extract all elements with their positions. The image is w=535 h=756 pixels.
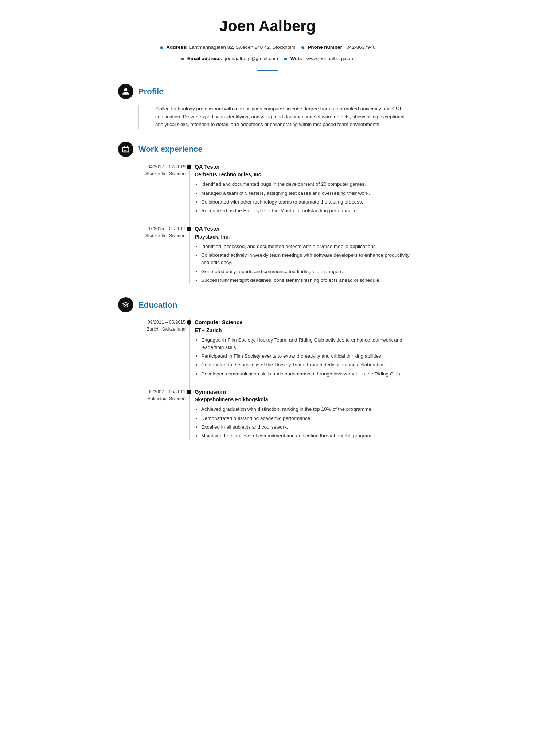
bullet-item: Developed communication skills and sport…: [201, 370, 417, 378]
dot-icon-1: ●: [160, 44, 164, 51]
job-bullets-1: Identified and documented bugs in the de…: [201, 181, 417, 214]
bullet-item: Engaged in Film Society, Hockey Team, an…: [201, 336, 417, 351]
edu-location-2: Halmstad, Sweden: [118, 395, 186, 402]
work-date-2: 07/2015 – 04/2017: [118, 225, 186, 232]
edu-meta-2: 09/2007 – 05/2011 Halmstad, Sweden: [118, 389, 186, 402]
school-1: ETH Zurich: [195, 327, 417, 334]
work-content-1: QA Tester Cerberus Technologies, Inc. Id…: [195, 163, 417, 215]
work-title: Work experience: [138, 143, 203, 155]
web-value: www.joenaalberg.com: [306, 56, 355, 61]
work-entry-2: 07/2015 – 04/2017 Stockholm, Sweden QA T…: [195, 225, 417, 284]
edu-content-1: Computer Science ETH Zurich Engaged in F…: [195, 318, 417, 378]
email-label: Email address:: [187, 56, 222, 61]
dot-icon-3: ●: [180, 55, 184, 62]
edu-entry-1: 09/2011 – 05/2015 Zurich, Switzerland Co…: [195, 318, 417, 378]
edu-meta-1: 09/2011 – 05/2015 Zurich, Switzerland: [118, 319, 186, 333]
degree-1: Computer Science: [195, 318, 417, 327]
edu-date-2: 09/2007 – 05/2011: [118, 389, 186, 395]
profile-icon: [118, 84, 133, 99]
address-label: Address:: [166, 44, 188, 50]
candidate-name: Joen Aalberg: [118, 15, 417, 38]
education-title: Education: [138, 299, 177, 311]
bullet-item: Collaborated actively in weekly team mee…: [201, 252, 417, 267]
bullet-item: Generated daily reports and communicated…: [201, 268, 417, 275]
job-title-2: QA Tester: [195, 225, 417, 233]
company-1: Cerberus Technologies, Inc.: [195, 171, 417, 178]
bullet-item: Contributed to the success of the Hockey…: [201, 361, 417, 369]
header: Joen Aalberg ● Address: Lantmannagatan 8…: [118, 15, 417, 71]
company-2: Playstack, Inc.: [195, 233, 417, 241]
profile-title: Profile: [138, 86, 163, 98]
contact-line-2: ● Email address: joenaalberg@gmail.com ●…: [118, 54, 417, 64]
edu-entry-2: 09/2007 – 05/2011 Halmstad, Sweden Gymna…: [195, 388, 417, 440]
bullet-item: Maintained a high level of commitment an…: [201, 432, 417, 440]
edu-dot-2: [187, 390, 191, 394]
work-section: Work experience 04/2017 – 02/2019 Stockh…: [118, 142, 417, 284]
edu-location-1: Zurich, Switzerland: [118, 326, 186, 333]
contact-line-1: ● Address: Lantmannagatan 82, Sweden 240…: [118, 43, 417, 52]
profile-text: Skilled technology professional with a p…: [155, 105, 417, 129]
work-content-2: QA Tester Playstack, Inc. Identified, as…: [195, 225, 417, 284]
bullet-item: Achieved graduation with distinction, ra…: [201, 406, 417, 413]
work-section-header: Work experience: [118, 142, 417, 157]
bullet-item: Managed a team of 5 testers, assigning t…: [201, 190, 417, 197]
edu-dot-1: [187, 320, 191, 325]
school-2: Skeppsholmens Folkhogskola: [195, 396, 417, 403]
work-dot-2: [187, 227, 191, 231]
profile-section-header: Profile: [118, 84, 417, 99]
work-entries: 04/2017 – 02/2019 Stockholm, Sweden QA T…: [195, 163, 417, 284]
bullet-item: Participated in Film Society events to e…: [201, 353, 417, 360]
job-title-1: QA Tester: [195, 163, 417, 171]
edu-content-2: Gymnasium Skeppsholmens Folkhogskola Ach…: [195, 388, 417, 440]
work-location-1: Stockholm, Sweden: [118, 170, 186, 177]
dot-icon-4: ●: [284, 55, 288, 62]
degree-2: Gymnasium: [195, 388, 417, 396]
dot-icon-2: ●: [301, 44, 305, 51]
job-bullets-2: Identified, assessed, and documented def…: [201, 243, 417, 284]
education-section-header: Education: [118, 297, 417, 312]
work-location-2: Stockholm, Sweden: [118, 232, 186, 239]
work-meta-2: 07/2015 – 04/2017 Stockholm, Sweden: [118, 225, 186, 239]
address-value: Lantmannagatan 82, Sweden 240 42, Stockh…: [189, 44, 296, 50]
edu-bullets-2: Achieved graduation with distinction, ra…: [201, 406, 417, 440]
web-label: Web:: [290, 56, 302, 61]
work-date-1: 04/2017 – 02/2019: [118, 164, 186, 170]
bullet-item: Identified and documented bugs in the de…: [201, 181, 417, 188]
education-entries: 09/2011 – 05/2015 Zurich, Switzerland Co…: [195, 318, 417, 440]
bullet-item: Successfully met tight deadlines, consis…: [201, 277, 417, 284]
phone-label: Phone number:: [308, 44, 344, 50]
bullet-item: Collaborated with other technology teams…: [201, 198, 417, 206]
education-section: Education 09/2011 – 05/2015 Zurich, Swit…: [118, 297, 417, 440]
email-value: joenaalberg@gmail.com: [225, 56, 278, 61]
bullet-item: Excelled in all subjects and coursework.: [201, 424, 417, 431]
profile-body: Skilled technology professional with a p…: [138, 105, 417, 129]
profile-section: Profile Skilled technology professional …: [118, 84, 417, 129]
work-entry-1: 04/2017 – 02/2019 Stockholm, Sweden QA T…: [195, 163, 417, 215]
bullet-item: Demonstrated outstanding academic perfor…: [201, 415, 417, 422]
work-dot-1: [187, 165, 191, 169]
resume-page: Joen Aalberg ● Address: Lantmannagatan 8…: [104, 0, 431, 472]
work-meta-1: 04/2017 – 02/2019 Stockholm, Sweden: [118, 164, 186, 177]
edu-bullets-1: Engaged in Film Society, Hockey Team, an…: [201, 336, 417, 378]
work-icon: [118, 142, 133, 157]
header-divider: [257, 70, 278, 71]
edu-date-1: 09/2011 – 05/2015: [118, 319, 186, 326]
bullet-item: Identified, assessed, and documented def…: [201, 243, 417, 250]
phone-value: 042-8637946: [347, 44, 376, 50]
education-icon: [118, 297, 133, 312]
bullet-item: Recognized as the Employee of the Month …: [201, 207, 417, 214]
